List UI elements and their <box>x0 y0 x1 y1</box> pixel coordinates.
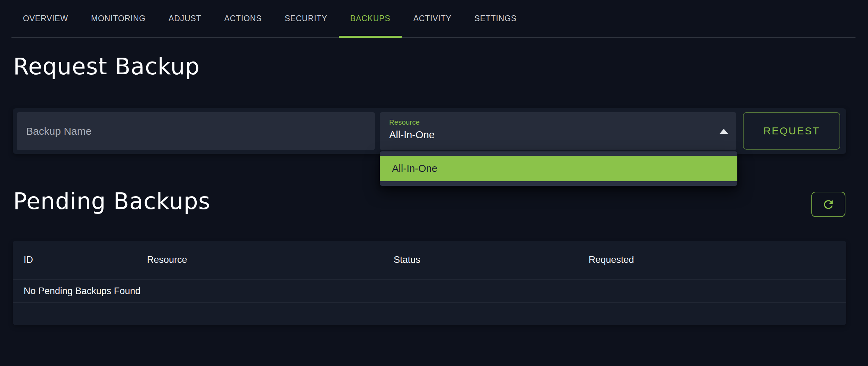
column-header-status: Status <box>394 255 589 265</box>
tab-security[interactable]: SECURITY <box>273 0 339 37</box>
tab-settings[interactable]: SETTINGS <box>463 0 528 37</box>
tab-backups[interactable]: BACKUPS <box>339 0 402 37</box>
arrow-up-icon <box>720 129 728 134</box>
refresh-button[interactable] <box>811 192 845 217</box>
resource-select-label: Resource <box>389 118 420 126</box>
tab-bar: OVERVIEW MONITORING ADJUST ACTIONS SECUR… <box>11 0 855 38</box>
request-button[interactable]: REQUEST <box>743 112 840 150</box>
resource-select[interactable]: Resource All-In-One <box>380 112 736 150</box>
table-footer-space <box>13 303 846 325</box>
empty-message: No Pending Backups Found <box>24 286 140 297</box>
backups-page: OVERVIEW MONITORING ADJUST ACTIONS SECUR… <box>0 0 868 366</box>
tab-monitoring[interactable]: MONITORING <box>80 0 157 37</box>
resource-select-value: All-In-One <box>389 129 435 141</box>
pending-backups-title: Pending Backups <box>13 188 211 215</box>
refresh-icon <box>822 198 835 211</box>
backup-name-input[interactable] <box>17 112 375 150</box>
request-backup-form: Resource All-In-One REQUEST <box>13 108 846 154</box>
tab-adjust[interactable]: ADJUST <box>157 0 213 37</box>
column-header-id: ID <box>24 255 147 265</box>
table-header-row: ID Resource Status Requested <box>13 241 846 280</box>
resource-dropdown-menu: All-In-One <box>380 151 737 186</box>
tab-overview[interactable]: OVERVIEW <box>11 0 80 37</box>
dropdown-option-all-in-one[interactable]: All-In-One <box>380 156 737 181</box>
table-empty-row: No Pending Backups Found <box>13 280 846 303</box>
column-header-requested: Requested <box>589 255 835 265</box>
tab-actions[interactable]: ACTIONS <box>213 0 273 37</box>
tab-activity[interactable]: ACTIVITY <box>402 0 463 37</box>
column-header-resource: Resource <box>147 255 394 265</box>
pending-backups-table: ID Resource Status Requested No Pending … <box>13 241 846 325</box>
request-backup-title: Request Backup <box>13 53 200 80</box>
